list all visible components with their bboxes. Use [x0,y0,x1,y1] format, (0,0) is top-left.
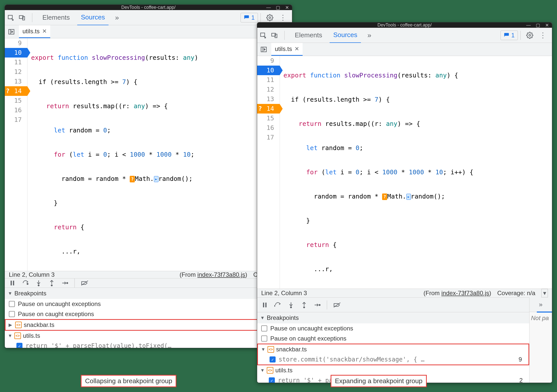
tab-sources[interactable]: Sources [77,10,108,25]
editor-subheader: utils.ts ✕ [257,43,552,56]
checkbox-unchecked[interactable] [9,311,15,317]
tab-elements[interactable]: Elements [291,28,326,43]
gutter-line[interactable]: 12 [5,67,27,77]
pause-caught-row[interactable]: Pause on caught exceptions [5,309,292,319]
gutter-line-breakpoint[interactable]: 10 [257,66,280,75]
gutter-line-conditional-breakpoint[interactable]: 14 [5,86,27,96]
tab-elements[interactable]: Elements [39,10,73,25]
maximize-button[interactable]: ▢ [535,22,541,28]
code-lines[interactable]: export function slowProcessing(results: … [28,38,198,271]
step-into-button[interactable] [287,301,295,309]
svg-point-26 [274,305,275,306]
close-button[interactable]: ✕ [544,22,550,28]
chevron-down-icon: ▼ [8,333,12,339]
gutter-line[interactable]: 13 [5,77,27,86]
step-over-button[interactable] [274,301,281,309]
checkbox-checked[interactable]: ✓ [16,343,22,348]
gutter-line-breakpoint[interactable]: 10 [5,48,27,58]
sourcemap-origin[interactable]: (From index-73f73a80.js) [423,290,491,297]
menu-dots-icon[interactable]: ⋮ [536,31,549,39]
issues-count: 1 [251,14,255,21]
device-toolbar-icon[interactable] [271,32,278,39]
svg-point-3 [269,17,271,18]
svg-point-13 [51,285,52,286]
inspect-icon[interactable] [260,32,267,39]
gutter-line[interactable]: 12 [257,85,280,94]
chevron-down-icon: ▼ [8,291,12,296]
inspect-icon[interactable] [7,14,14,21]
settings-icon[interactable] [523,32,536,39]
checkbox-unchecked[interactable] [9,301,15,307]
deactivate-breakpoints-button[interactable] [81,279,89,287]
breakpoints-header[interactable]: ▼ Breakpoints [5,288,292,299]
deactivate-breakpoints-button[interactable] [333,301,341,309]
gutter-line[interactable]: 13 [257,94,280,104]
svg-point-11 [38,285,39,286]
breakpoints-header[interactable]: ▼ Breakpoints [257,312,529,323]
pause-uncaught-row[interactable]: Pause on uncaught exceptions [5,299,292,309]
gutter-line[interactable]: 16 [257,123,280,133]
checkbox-unchecked[interactable] [261,335,267,342]
gutter-line[interactable]: 11 [5,58,27,67]
step-button[interactable] [61,279,68,287]
svg-rect-17 [261,33,265,36]
breakpoint-row[interactable]: ✓ store.commit('snackbar/showMessage', {… [258,354,528,365]
sourcemap-origin[interactable]: (From index-73f73a80.js) [179,271,247,278]
step-button[interactable] [314,301,321,309]
device-toolbar-icon[interactable] [18,14,25,21]
gutter-line[interactable]: 17 [257,133,280,142]
editor-file-tab[interactable]: utils.ts ✕ [271,43,303,56]
sourcemap-link[interactable]: index-73f73a80.js [197,271,245,278]
step-out-button[interactable] [301,301,308,309]
more-tabs-icon[interactable]: » [113,14,122,22]
tab-sources[interactable]: Sources [330,27,361,43]
settings-icon[interactable] [263,14,276,21]
devtools-window-left: DevTools - coffee-cart.app/ — ▢ ✕ Elemen… [5,5,292,348]
step-out-button[interactable] [48,279,55,287]
gutter-line[interactable]: 9 [257,56,280,66]
breakpoint-group-snackbar-expanded[interactable]: ▼ <> snackbar.ts [258,344,528,354]
gutter-line[interactable]: 17 [5,115,27,125]
svg-rect-7 [11,281,12,286]
show-navigator-icon[interactable] [8,28,15,35]
expand-panel-icon[interactable]: » [539,301,542,309]
maximize-button[interactable]: ▢ [275,5,281,10]
menu-dots-icon[interactable]: ⋮ [276,13,289,22]
file-tab-close-icon[interactable]: ✕ [42,28,47,35]
checkbox-checked[interactable]: ✓ [269,377,275,383]
pause-button[interactable] [9,279,16,287]
minimize-button[interactable]: — [525,22,532,28]
breakpoint-group-utils[interactable]: ▼ <> utils.ts [5,331,292,341]
issues-button[interactable]: 1 [500,31,518,40]
breakpoint-group-utils[interactable]: ▼ <> utils.ts [257,365,529,375]
code-lines[interactable]: export function slowProcessing(results: … [280,56,473,289]
svg-rect-24 [263,302,264,307]
step-over-button[interactable] [22,279,29,287]
issues-button[interactable]: 1 [241,13,258,22]
gutter-line[interactable]: 15 [5,96,27,105]
checkbox-unchecked[interactable] [261,325,267,331]
svg-rect-8 [13,281,14,286]
checkbox-checked[interactable]: ✓ [270,356,276,362]
pause-caught-row[interactable]: Pause on caught exceptions [257,333,529,344]
sourcemap-link[interactable]: index-73f73a80.js [441,290,489,296]
gutter-line[interactable]: 15 [257,114,280,123]
dropdown-icon[interactable]: ▾ [541,289,548,297]
code-editor[interactable]: 9 10 11 12 13 14 15 16 17 export functio… [257,56,552,289]
step-into-button[interactable] [35,279,42,287]
close-button[interactable]: ✕ [284,5,290,10]
minimize-button[interactable]: — [265,5,272,10]
gutter-line[interactable]: 9 [5,38,27,48]
more-tabs-icon[interactable]: » [365,31,374,39]
gutter-line[interactable]: 16 [5,105,27,115]
pause-uncaught-row[interactable]: Pause on uncaught exceptions [257,323,529,333]
breakpoint-group-snackbar-collapsed[interactable]: ▶ <> snackbar.ts [5,319,292,331]
editor-file-tab[interactable]: utils.ts ✕ [19,25,50,38]
pause-button[interactable] [261,301,268,309]
gutter-line-conditional-breakpoint[interactable]: 14 [257,104,280,114]
file-tab-close-icon[interactable]: ✕ [295,46,299,52]
show-navigator-icon[interactable] [260,46,267,53]
code-editor[interactable]: 9 10 11 12 13 14 15 16 17 export functio… [5,38,292,271]
breakpoint-row[interactable]: ✓ return '$' + parseFloat(value).toFixed… [5,341,292,348]
gutter-line[interactable]: 11 [257,75,280,85]
